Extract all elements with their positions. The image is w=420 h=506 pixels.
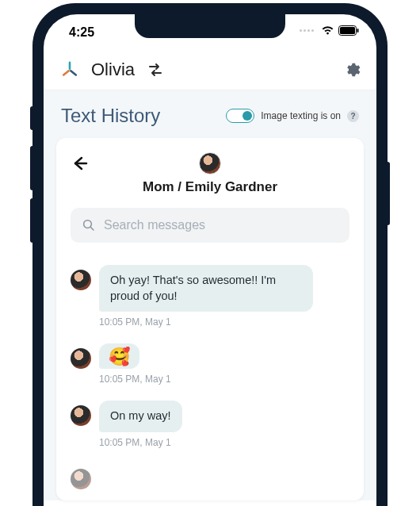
page-title: Text History — [61, 105, 160, 127]
message-avatar[interactable] — [71, 405, 91, 426]
swap-icon[interactable] — [147, 63, 163, 77]
message-row: On my way! — [71, 401, 349, 432]
message-avatar[interactable] — [71, 270, 91, 290]
app-header: Olivia — [44, 49, 376, 90]
message-timestamp: 10:05 PM, May 1 — [99, 437, 349, 448]
phone-frame: 4:25 Olivia — [32, 3, 388, 506]
conversation-card: Mom / Emily Gardner Oh yay! That's so aw… — [56, 138, 364, 500]
gear-icon[interactable] — [343, 61, 361, 79]
message-avatar[interactable] — [71, 469, 91, 489]
message-timestamp: 10:05 PM, May 1 — [99, 316, 349, 328]
svg-rect-1 — [340, 27, 355, 34]
status-time: 4:25 — [69, 25, 94, 40]
message-row: 🥰 — [71, 343, 349, 369]
svg-rect-2 — [357, 29, 359, 33]
phone-screen: 4:25 Olivia — [44, 14, 376, 506]
toggle-label: Image texting is on — [261, 110, 341, 121]
search-box[interactable] — [71, 208, 349, 243]
message-row: Oh yay! That's so awesome!! I'm proud of… — [71, 265, 349, 312]
contact-avatar[interactable] — [199, 152, 221, 174]
message-avatar[interactable] — [71, 348, 91, 369]
message-bubble[interactable]: On my way! — [99, 401, 182, 432]
help-icon[interactable]: ? — [347, 110, 359, 122]
signal-dots-icon — [300, 29, 314, 32]
message-timestamp: 10:05 PM, May 1 — [99, 374, 349, 385]
image-texting-toggle[interactable] — [226, 109, 254, 123]
search-icon — [82, 218, 96, 232]
subheader: Text History Image texting is on ? — [44, 90, 376, 138]
status-indicators — [300, 25, 359, 36]
message-bubble[interactable]: 🥰 — [99, 343, 139, 369]
profile-name[interactable]: Olivia — [91, 59, 135, 80]
app-logo-icon — [59, 59, 80, 80]
wifi-icon — [321, 25, 334, 36]
message-list: Oh yay! That's so awesome!! I'm proud of… — [71, 265, 349, 489]
back-button[interactable] — [71, 152, 88, 176]
contact-name: Mom / Emily Gardner — [143, 179, 277, 195]
message-row — [71, 464, 349, 489]
search-input[interactable] — [104, 218, 338, 232]
battery-icon — [338, 25, 359, 36]
message-bubble[interactable]: Oh yay! That's so awesome!! I'm proud of… — [99, 265, 313, 312]
notch — [135, 14, 285, 38]
